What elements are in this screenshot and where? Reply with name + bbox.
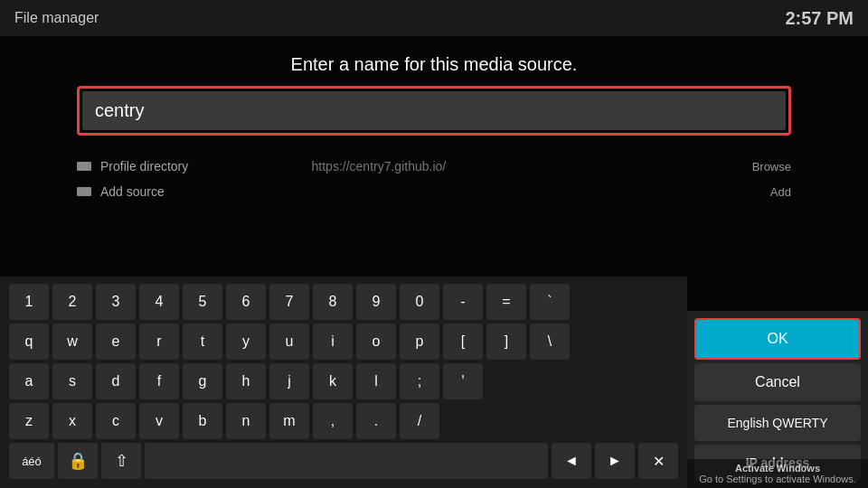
key-slash[interactable]: / <box>400 403 439 439</box>
key-6[interactable]: 6 <box>226 284 266 320</box>
keyboard-row-numbers: 1 2 3 4 5 6 7 8 9 0 - = ` <box>9 284 678 320</box>
add-button[interactable]: Add <box>752 185 791 199</box>
key-quote[interactable]: ' <box>443 363 483 399</box>
input-wrapper <box>77 86 791 136</box>
key-equals[interactable]: = <box>486 284 526 320</box>
key-f[interactable]: f <box>139 363 179 399</box>
key-8[interactable]: 8 <box>313 284 353 320</box>
key-a[interactable]: a <box>9 363 49 399</box>
key-p[interactable]: p <box>400 324 439 360</box>
key-accents[interactable]: áéó <box>9 443 54 479</box>
key-space[interactable] <box>145 443 548 479</box>
key-i[interactable]: i <box>313 324 353 360</box>
key-left-arrow[interactable]: ◄ <box>552 443 591 479</box>
row-label: Profile directory <box>100 159 312 174</box>
key-u[interactable]: u <box>269 324 309 360</box>
key-semicolon[interactable]: ; <box>400 363 439 399</box>
key-right-arrow[interactable]: ► <box>595 443 635 479</box>
key-shield[interactable]: 🔒 <box>58 443 98 479</box>
key-2[interactable]: 2 <box>52 284 92 320</box>
key-y[interactable]: y <box>226 324 266 360</box>
cancel-button[interactable]: Cancel <box>694 363 861 401</box>
keyboard-row-bottom: áéó 🔒 ⇧ ◄ ► ✕ <box>9 443 678 479</box>
activate-windows-title: Activate Windows <box>694 463 861 474</box>
key-backspace[interactable]: ✕ <box>638 443 678 479</box>
key-dash[interactable]: - <box>443 284 483 320</box>
key-0[interactable]: 0 <box>400 284 439 320</box>
dialog-prompt: Enter a name for this media source. <box>291 54 578 75</box>
key-backtick[interactable]: ` <box>530 284 570 320</box>
add-source-label: Add source <box>100 184 317 199</box>
activate-windows-notice: Activate Windows Go to Settings to activ… <box>687 459 868 488</box>
file-manager-row-add: Add source Add <box>77 179 791 204</box>
key-r[interactable]: r <box>139 324 179 360</box>
keyboard-row-zxcv: z x c v b n m , . / <box>9 403 678 439</box>
key-v[interactable]: v <box>139 403 179 439</box>
file-manager-rows: Profile directory https://centry7.github… <box>77 154 791 204</box>
clock: 2:57 PM <box>785 8 854 29</box>
key-z[interactable]: z <box>9 403 49 439</box>
activate-windows-subtitle: Go to Settings to activate Windows. <box>694 474 861 484</box>
row-url: https://centry7.github.io/ <box>312 159 734 174</box>
top-bar: File manager 2:57 PM <box>0 0 868 36</box>
key-period[interactable]: . <box>356 403 396 439</box>
keyboard-row-qwerty: q w e r t y u i o p [ ] \ <box>9 324 678 360</box>
key-j[interactable]: j <box>269 363 309 399</box>
key-w[interactable]: w <box>52 324 92 360</box>
key-g[interactable]: g <box>183 363 222 399</box>
language-button[interactable]: English QWERTY <box>694 405 861 441</box>
key-m[interactable]: m <box>269 403 309 439</box>
key-4[interactable]: 4 <box>139 284 179 320</box>
row-icon <box>77 162 91 171</box>
key-s[interactable]: s <box>52 363 92 399</box>
key-rbracket[interactable]: ] <box>486 324 526 360</box>
key-7[interactable]: 7 <box>269 284 309 320</box>
key-lbracket[interactable]: [ <box>443 324 483 360</box>
key-x[interactable]: x <box>52 403 92 439</box>
key-comma[interactable]: , <box>313 403 353 439</box>
key-b[interactable]: b <box>183 403 222 439</box>
key-k[interactable]: k <box>313 363 353 399</box>
key-h[interactable]: h <box>226 363 266 399</box>
file-manager-row: Profile directory https://centry7.github… <box>77 154 791 179</box>
key-9[interactable]: 9 <box>356 284 396 320</box>
keyboard: 1 2 3 4 5 6 7 8 9 0 - = ` q w e r t y u … <box>0 277 687 488</box>
key-d[interactable]: d <box>96 363 136 399</box>
key-q[interactable]: q <box>9 324 49 360</box>
key-n[interactable]: n <box>226 403 266 439</box>
key-1[interactable]: 1 <box>9 284 49 320</box>
keyboard-row-asdf: a s d f g h j k l ; ' <box>9 363 678 399</box>
row-icon-add <box>77 187 91 196</box>
app-title: File manager <box>14 10 99 26</box>
key-l[interactable]: l <box>356 363 396 399</box>
key-e[interactable]: e <box>96 324 136 360</box>
key-backslash[interactable]: \ <box>530 324 570 360</box>
key-5[interactable]: 5 <box>183 284 222 320</box>
key-t[interactable]: t <box>183 324 222 360</box>
right-panel: OK Cancel English QWERTY IP address Acti… <box>687 311 868 488</box>
key-c[interactable]: c <box>96 403 136 439</box>
key-o[interactable]: o <box>356 324 396 360</box>
browse-button[interactable]: Browse <box>734 160 791 174</box>
key-shift[interactable]: ⇧ <box>101 443 141 479</box>
key-3[interactable]: 3 <box>96 284 136 320</box>
ok-button[interactable]: OK <box>694 318 861 360</box>
source-name-input[interactable] <box>82 91 786 130</box>
